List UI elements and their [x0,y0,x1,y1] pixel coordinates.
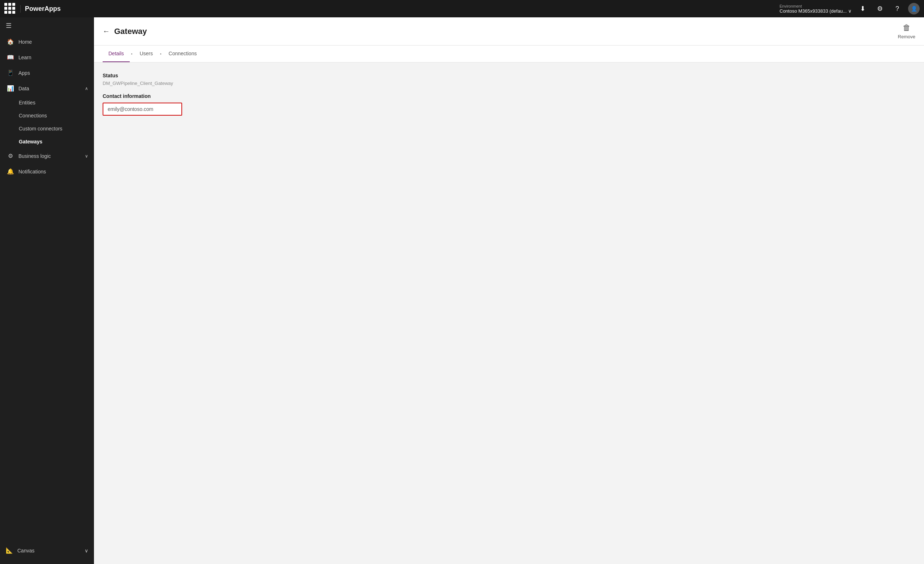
sidebar-item-label: Home [18,39,88,45]
sidebar-item-label: Data [18,86,81,92]
tab-users[interactable]: Users [134,45,159,62]
back-button[interactable]: ← [103,27,110,35]
sidebar: ☰ 🏠 Home 📖 Learn 📱 Apps 📊 Data ∧ Entitie… [0,17,94,564]
sidebar-item-data[interactable]: 📊 Data ∧ [0,81,94,96]
chevron-down-icon: ∨ [85,153,88,159]
status-label: Status [103,73,915,78]
sidebar-canvas-item[interactable]: 📐 Canvas ∨ [0,543,94,558]
page-title: Gateway [114,27,898,36]
notifications-icon: 🔔 [7,168,14,175]
sidebar-item-gateways[interactable]: Gateways [0,135,94,148]
tab-separator-2: ● [160,53,162,55]
sidebar-item-custom-connectors[interactable]: Custom connectors [0,122,94,135]
sidebar-item-connections[interactable]: Connections [0,109,94,122]
brand-name: PowerApps [20,5,65,13]
sidebar-item-learn[interactable]: 📖 Learn [0,50,94,65]
sidebar-item-notifications[interactable]: 🔔 Notifications [0,164,94,179]
sidebar-item-business-logic[interactable]: ⚙ Business logic ∨ [0,148,94,164]
download-icon[interactable]: ⬇ [856,2,869,15]
sidebar-menu-button[interactable]: ☰ [0,17,94,34]
main-content: ← Gateway 🗑 Remove Details ● Users ● Con… [94,17,924,564]
sidebar-item-label: Learn [18,54,88,60]
sidebar-item-label: Notifications [18,169,88,174]
canvas-label: Canvas [17,548,34,554]
data-icon: 📊 [7,85,14,92]
contact-email-input[interactable] [103,103,182,116]
sidebar-footer: 📐 Canvas ∨ [0,543,94,558]
sidebar-item-label: Apps [18,70,88,76]
page-header: ← Gateway 🗑 Remove [94,17,924,45]
remove-button[interactable]: 🗑 Remove [898,23,915,39]
topbar: PowerApps Environment Contoso M365x93383… [0,0,924,17]
content-body: Status DM_GWPipeline_Client_Gateway Cont… [94,63,924,564]
tab-separator-1: ● [131,53,133,55]
environment-selector[interactable]: Environment Contoso M365x933833 (defau..… [780,4,852,14]
help-icon[interactable]: ? [891,2,904,15]
apps-icon: 📱 [7,69,14,76]
chevron-down-icon: ∨ [848,8,852,14]
tab-connections[interactable]: Connections [163,45,203,62]
learn-icon: 📖 [7,54,14,61]
trash-icon: 🗑 [903,23,910,33]
contact-label: Contact information [103,93,915,99]
chevron-up-icon: ∧ [85,86,88,91]
sidebar-item-label: Business logic [18,153,81,159]
user-avatar[interactable]: 👤 [908,3,920,15]
status-value: DM_GWPipeline_Client_Gateway [103,81,915,86]
settings-icon[interactable]: ⚙ [873,2,886,15]
sidebar-item-home[interactable]: 🏠 Home [0,34,94,50]
sidebar-item-entities[interactable]: Entities [0,96,94,109]
remove-label: Remove [898,34,915,39]
tabs-bar: Details ● Users ● Connections [94,45,924,63]
business-logic-icon: ⚙ [7,153,14,159]
canvas-icon: 📐 [6,547,13,554]
sidebar-item-apps[interactable]: 📱 Apps [0,65,94,81]
env-label: Environment [780,4,802,8]
tab-details[interactable]: Details [103,45,130,62]
home-icon: 🏠 [7,38,14,45]
waffle-menu[interactable] [4,3,16,15]
env-value: Contoso M365x933833 (defau... ∨ [780,8,852,14]
canvas-chevron-icon: ∨ [84,548,88,554]
